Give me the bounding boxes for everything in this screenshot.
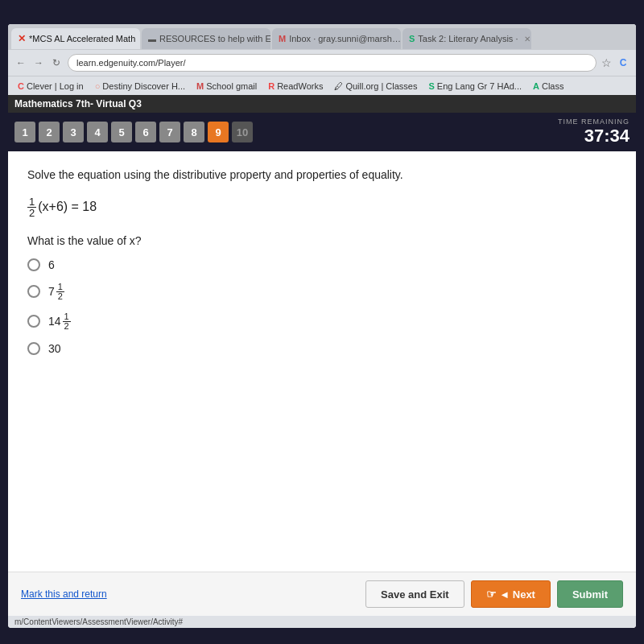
equation-display: 1 2 (x+6) = 18 [27,196,617,218]
option-7half[interactable]: 7 1 2 [27,283,617,301]
option-6[interactable]: 6 [27,258,617,271]
question-nav-bar: 1 2 3 4 5 6 7 8 9 10 TIME REMAINING 37:3… [8,113,636,151]
radio-14half[interactable] [27,315,40,328]
readworks-favicon: R [268,81,275,91]
clever-favicon: C [18,81,24,91]
refresh-button[interactable]: ↻ [50,56,63,69]
q-num-10[interactable]: 10 [232,122,253,142]
question-instruction: Solve the equation using the distributiv… [27,167,617,184]
browser-chrome: ✕ *MCS AL Accelerated Math ✕ ▬ RESOURCES… [8,24,636,95]
url-text: learn.edgenuity.com/Player/ [76,58,186,68]
q-num-6[interactable]: 6 [135,122,156,142]
bookmark-readworks[interactable]: R ReadWorks [263,80,328,93]
bookmark-englan[interactable]: S Eng Lang Gr 7 HAd... [423,80,526,93]
mark-and-return-link[interactable]: Mark this and return [21,588,107,600]
destiny-favicon: ○ [95,81,101,91]
tab-bar: ✕ *MCS AL Accelerated Math ✕ ▬ RESOURCES… [8,24,636,50]
status-url: m/ContentViewers/AssessmentViewer/Activi… [14,617,183,626]
bookmark-destiny[interactable]: ○ Destiny Discover H... [90,80,190,93]
gmail-favicon: M [196,81,204,91]
app-header: Mathematics 7th- Virtual Q3 [8,95,636,113]
bookmark-gmail[interactable]: M School gmail [192,80,262,93]
resources-favicon: ▬ [148,35,156,43]
task2-favicon: S [409,34,415,43]
content-area: Solve the equation using the distributiv… [8,151,636,616]
extensions-button[interactable]: C [617,56,630,69]
bookmark-clever[interactable]: C Clever | Log in [13,80,89,93]
option-7half-label: 7 1 2 [48,283,66,301]
radio-30[interactable] [27,342,40,355]
timer-section: TIME REMAINING 37:34 [558,118,630,147]
tab-resources[interactable]: ▬ RESOURCES to help with E ✕ [142,28,270,49]
q-num-9[interactable]: 9 [208,122,229,142]
bookmark-star-icon[interactable]: ☆ [601,56,612,69]
next-button[interactable]: ☞ ◄ Next [471,580,551,608]
bookmark-readworks-label: ReadWorks [277,81,323,91]
bookmark-englan-label: Eng Lang Gr 7 HAd... [437,81,522,91]
mcs-favicon: ✕ [18,33,26,44]
equation-rest: (x+6) = 18 [38,200,97,214]
class-favicon: A [533,81,539,91]
timer-label: TIME REMAINING [558,118,630,126]
bookmarks-bar: C Clever | Log in ○ Destiny Discover H..… [8,76,636,95]
tab-task2-close[interactable]: ✕ [524,35,530,43]
browser-window: ✕ *MCS AL Accelerated Math ✕ ▬ RESOURCES… [8,24,636,628]
option-6-label: 6 [48,258,55,271]
back-button[interactable]: ← [14,56,27,69]
bookmark-destiny-label: Destiny Discover H... [102,81,185,91]
q-num-2[interactable]: 2 [39,122,60,142]
question-footer: Mark this and return Save and Exit ☞ ◄ N… [8,572,636,616]
submit-button[interactable]: Submit [557,580,623,608]
q-num-5[interactable]: 5 [111,122,132,142]
q-num-3[interactable]: 3 [63,122,84,142]
bookmark-clever-label: Clever | Log in [27,81,84,91]
sub-question-text: What is the value of x? [27,234,617,247]
bookmark-class-label: Class [542,81,564,91]
option-30[interactable]: 30 [27,342,617,355]
fraction-7half: 1 2 [56,283,64,301]
cursor-hand-icon: ☞ [486,588,497,601]
tab-mcs-label: *MCS AL Accelerated Math [29,34,135,43]
tab-mcs[interactable]: ✕ *MCS AL Accelerated Math ✕ [11,28,140,49]
forward-button[interactable]: → [32,56,45,69]
q-num-7[interactable]: 7 [159,122,180,142]
bookmark-gmail-label: School gmail [206,81,257,91]
radio-7half[interactable] [27,285,40,298]
q-num-8[interactable]: 8 [184,122,204,142]
question-paper: Solve the equation using the distributiv… [8,151,636,572]
option-14half-label: 14 1 2 [48,312,72,331]
q-num-4[interactable]: 4 [87,122,108,142]
url-bar[interactable]: learn.edgenuity.com/Player/ [68,54,597,72]
bookmark-class[interactable]: A Class [528,80,568,93]
footer-buttons: Save and Exit ☞ ◄ Next Submit [365,580,623,608]
option-30-label: 30 [48,342,61,355]
tab-resources-label: RESOURCES to help with E [159,34,270,43]
quill-favicon: 🖊 [334,81,343,91]
fraction-14half: 1 2 [63,312,71,331]
app-header-title: Mathematics 7th- Virtual Q3 [14,98,142,109]
timer-value: 37:34 [558,126,630,147]
options-list: 6 7 1 2 14 [27,258,617,355]
tab-task2-label: Task 2: Literary Analysis · [418,34,518,43]
englan-favicon: S [428,81,434,91]
inbox-favicon: M [279,34,286,43]
bookmark-quill-label: Quill.org | Classes [345,81,417,91]
save-exit-button[interactable]: Save and Exit [365,580,464,608]
fraction-half: 1 2 [27,196,36,218]
tab-inbox-label: Inbox · gray.sunni@marsh… [289,34,401,43]
status-bar: m/ContentViewers/AssessmentViewer/Activi… [8,616,636,628]
bookmark-quill[interactable]: 🖊 Quill.org | Classes [329,80,422,93]
tab-task2[interactable]: S Task 2: Literary Analysis · ✕ [402,28,531,49]
next-button-label: ◄ Next [499,588,535,601]
tab-inbox[interactable]: M Inbox · gray.sunni@marsh… ✕ [272,28,401,49]
omnibox-bar: ← → ↻ learn.edgenuity.com/Player/ ☆ C [8,50,636,76]
option-14half[interactable]: 14 1 2 [27,312,617,331]
q-num-1[interactable]: 1 [14,122,35,142]
radio-6[interactable] [27,258,40,271]
